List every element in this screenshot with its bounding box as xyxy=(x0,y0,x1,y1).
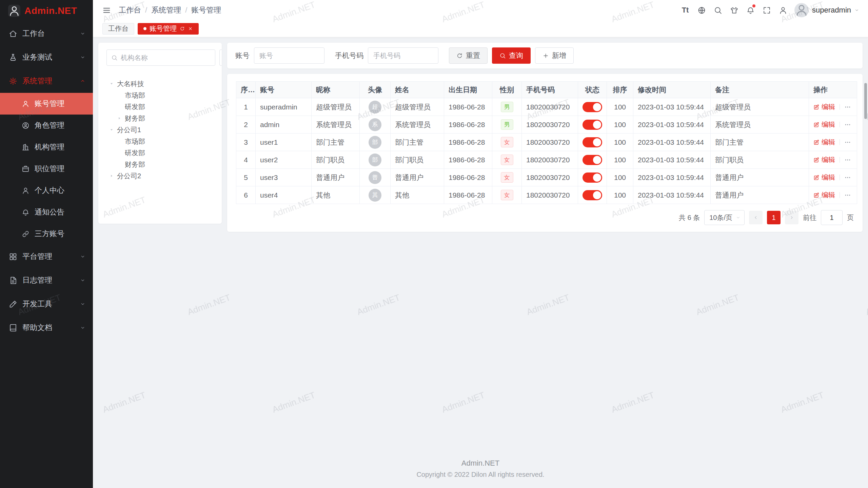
tab-account[interactable]: 账号管理 xyxy=(138,23,199,35)
tree-node[interactable]: 研发部 xyxy=(106,101,214,113)
page-number-button[interactable]: 1 xyxy=(767,211,781,224)
reset-button[interactable]: 重置 xyxy=(449,47,488,64)
edit-button[interactable]: 编辑 xyxy=(813,190,835,200)
sidebar-subitem-notice[interactable]: 通知公告 xyxy=(0,201,93,223)
tab-workbench[interactable]: 工作台 xyxy=(102,23,134,35)
sidebar-subitem-role[interactable]: 角色管理 xyxy=(0,115,93,136)
refresh-icon[interactable] xyxy=(180,26,185,31)
edit-button[interactable]: 编辑 xyxy=(813,138,835,147)
edit-icon xyxy=(813,157,820,163)
status-toggle[interactable] xyxy=(583,172,602,183)
tree-node[interactable]: 财务部 xyxy=(106,159,214,170)
menu-item-label: 工作台 xyxy=(22,28,80,39)
cell-remark: 普通用户 xyxy=(711,169,809,186)
more-icon[interactable] xyxy=(844,157,851,163)
hamburger-menu-button[interactable] xyxy=(99,3,114,18)
status-toggle[interactable] xyxy=(583,137,602,147)
sidebar-item-business-test[interactable]: 业务测试 xyxy=(0,45,93,69)
cell-seq: 4 xyxy=(236,151,256,169)
logo-icon xyxy=(8,5,20,17)
tree-node[interactable]: 市场部 xyxy=(106,136,214,147)
gender-badge: 男 xyxy=(501,102,513,112)
chevDown-icon xyxy=(80,55,85,60)
cell-name: 其他 xyxy=(391,186,444,204)
sidebar-item-workbench[interactable]: 工作台 xyxy=(0,22,93,45)
breadcrumb-item[interactable]: 工作台 xyxy=(119,5,141,15)
more-icon[interactable] xyxy=(844,139,851,146)
sidebar-item-system[interactable]: 系统管理 xyxy=(0,69,93,93)
edit-button[interactable]: 编辑 xyxy=(813,120,835,129)
edit-label: 编辑 xyxy=(822,155,835,164)
sidebar-item-log[interactable]: 日志管理 xyxy=(0,268,93,292)
search-button[interactable] xyxy=(710,3,725,18)
goto-page-input[interactable] xyxy=(821,210,843,225)
edit-button[interactable]: 编辑 xyxy=(813,102,835,111)
user-menu[interactable]: superadmin xyxy=(794,3,859,17)
position-icon xyxy=(22,165,29,173)
refresh-icon xyxy=(456,53,463,59)
edit-button[interactable]: 编辑 xyxy=(813,173,835,182)
cell-name: 系统管理员 xyxy=(391,116,444,134)
submenu-item-label: 通知公告 xyxy=(35,207,64,217)
sidebar-item-devtools[interactable]: 开发工具 xyxy=(0,292,93,316)
cell-order: 100 xyxy=(607,116,633,134)
org-search-input[interactable] xyxy=(121,54,211,62)
logo[interactable]: Admin.NET xyxy=(0,0,93,22)
cell-gender: 女 xyxy=(492,151,522,169)
cell-seq: 5 xyxy=(236,169,256,186)
more-icon[interactable] xyxy=(844,192,851,199)
action-divider xyxy=(840,157,840,163)
more-icon[interactable] xyxy=(844,104,851,110)
person-icon xyxy=(22,187,29,195)
org-more-button[interactable] xyxy=(219,49,222,66)
tree-node[interactable]: 财务部 xyxy=(106,113,214,124)
breadcrumb-item[interactable]: 系统管理 xyxy=(151,5,181,15)
status-toggle[interactable] xyxy=(583,155,602,165)
cell-remark: 超级管理员 xyxy=(711,98,809,116)
query-button[interactable]: 查询 xyxy=(492,47,531,64)
sidebar-subitem-account[interactable]: 账号管理 xyxy=(0,93,93,115)
tree-node[interactable]: 市场部 xyxy=(106,89,214,101)
more-icon[interactable] xyxy=(844,121,851,128)
tree-node[interactable]: 大名科技 xyxy=(106,78,214,89)
org-tree: 大名科技市场部研发部财务部分公司1市场部研发部财务部分公司2 xyxy=(106,78,214,182)
add-button[interactable]: 新增 xyxy=(535,47,574,64)
home-icon xyxy=(9,29,17,38)
page-size-select[interactable]: 10条/页 xyxy=(704,210,745,225)
org-search[interactable] xyxy=(106,49,215,66)
locale-button[interactable] xyxy=(694,3,709,18)
tree-node[interactable]: 分公司1 xyxy=(106,124,214,136)
sidebar-item-help[interactable]: 帮助文档 xyxy=(0,316,93,340)
notification-button[interactable] xyxy=(743,3,758,18)
edit-button[interactable]: 编辑 xyxy=(813,155,835,164)
user-guide-button[interactable] xyxy=(775,3,790,18)
table-row: 3user1部门主管部部门主管1986-06-28女18020030720100… xyxy=(236,134,857,151)
sidebar-subitem-profile[interactable]: 个人中心 xyxy=(0,180,93,201)
sidebar-item-platform[interactable]: 平台管理 xyxy=(0,245,93,268)
content: 大名科技市场部研发部财务部分公司1市场部研发部财务部分公司2 账号 手机号码 重… xyxy=(93,37,868,488)
account-input[interactable] xyxy=(254,47,324,64)
logo-text: Admin.NET xyxy=(24,5,77,16)
table-row: 4user2部门职员部部门职员1986-06-28女18020030720100… xyxy=(236,151,857,169)
status-toggle[interactable] xyxy=(583,102,602,112)
sidebar-subitem-org[interactable]: 机构管理 xyxy=(0,136,93,158)
status-toggle[interactable] xyxy=(583,120,602,130)
phone-input[interactable] xyxy=(368,47,438,64)
close-icon[interactable] xyxy=(188,26,193,31)
next-page-button[interactable] xyxy=(785,211,798,224)
theme-button[interactable] xyxy=(727,3,742,18)
fullscreen-button[interactable] xyxy=(759,3,774,18)
menu-item-label: 平台管理 xyxy=(22,251,80,262)
breadcrumb-item[interactable]: 账号管理 xyxy=(191,5,221,15)
link-icon xyxy=(22,230,29,238)
tree-node[interactable]: 研发部 xyxy=(106,147,214,159)
sidebar-subitem-third-account[interactable]: 三方账号 xyxy=(0,223,93,245)
tree-node[interactable]: 分公司2 xyxy=(106,170,214,182)
font-size-button[interactable]: Tt xyxy=(678,3,693,18)
sidebar-subitem-position[interactable]: 职位管理 xyxy=(0,158,93,180)
prev-page-button[interactable] xyxy=(749,211,763,224)
scrollbar-thumb[interactable] xyxy=(864,83,867,119)
person-icon xyxy=(779,6,787,15)
status-toggle[interactable] xyxy=(583,190,602,200)
more-icon[interactable] xyxy=(844,174,851,181)
